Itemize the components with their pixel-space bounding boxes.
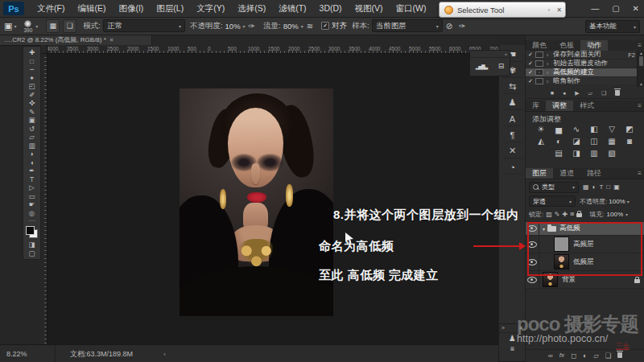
restore-icon[interactable]: ▢	[612, 4, 619, 13]
clone-source-panel[interactable]: ♟	[502, 96, 523, 110]
status-options-arrow[interactable]: ›	[163, 351, 166, 358]
filter-smart-icon[interactable]: ▣	[613, 183, 620, 191]
tab-layers[interactable]: 图层	[526, 168, 553, 179]
type-tool[interactable]: T	[24, 175, 39, 184]
opacity-value[interactable]: 10%	[225, 22, 241, 31]
layer-opacity-value[interactable]: 100%	[609, 198, 625, 205]
menu-item[interactable]: 图层(L)	[150, 0, 190, 17]
layer-style-icon[interactable]: fx	[559, 352, 564, 359]
history-brush-tool[interactable]: ↺	[24, 125, 39, 134]
color-lookup-icon[interactable]: ▦	[607, 137, 617, 146]
scroll-up-icon[interactable]: ▲	[638, 51, 644, 56]
panel-menu-icon[interactable]: ≡	[638, 168, 642, 179]
dodge-tool[interactable]: ◖	[24, 158, 39, 167]
menu-item[interactable]: 窗口(W)	[390, 0, 433, 17]
sample-dropdown[interactable]: 当前图层▾	[372, 19, 443, 32]
adjustment-layer-icon[interactable]: ◐	[583, 352, 587, 360]
lock-position-icon[interactable]: ✚	[563, 211, 568, 218]
healing-brush-tool[interactable]: ✜	[24, 99, 39, 108]
document-tab[interactable]: ….CR2 @ 8.22% (高低频, RGB/8) * ✕	[0, 35, 152, 45]
clone-source-icon[interactable]: ♟	[509, 333, 516, 343]
selective-color-icon[interactable]: ▧	[607, 149, 617, 158]
curves-icon[interactable]: ∿	[572, 125, 582, 134]
levels-icon[interactable]: ▅	[554, 125, 564, 134]
channel-mixer-icon[interactable]: ◫	[589, 137, 600, 146]
brush-tool[interactable]: ✎	[24, 108, 39, 117]
visibility-eye-icon[interactable]	[527, 277, 537, 283]
screen-mode-button[interactable]: ▢	[24, 249, 39, 258]
paragraph-panel[interactable]: ¶	[502, 128, 523, 142]
pen-tool[interactable]: ✒	[24, 167, 39, 175]
action-check-icon[interactable]: ✓	[526, 60, 535, 67]
canvas-area[interactable]: 4000350030002500200015001000500050010001…	[40, 45, 498, 344]
fill-value[interactable]: 100%	[607, 211, 623, 218]
expand-arrow-icon[interactable]: ›	[547, 79, 553, 84]
align-checkbox[interactable]: ✓	[321, 22, 329, 30]
eyedropper-tool[interactable]: ✐	[24, 91, 39, 100]
delete-action-button[interactable]	[615, 90, 620, 96]
gradient-tool[interactable]: ▥	[24, 142, 39, 150]
clone-stamp-tool[interactable]: ▣	[24, 116, 39, 125]
delete-layer-icon[interactable]	[617, 352, 622, 358]
action-check-icon[interactable]: ✓	[526, 69, 535, 76]
quick-mask-button[interactable]: ◨	[24, 241, 39, 249]
color-balance-icon[interactable]: ◭	[536, 137, 547, 146]
eraser-tool[interactable]: ▱	[24, 133, 39, 142]
blur-tool[interactable]: ◗	[24, 150, 39, 158]
play-button[interactable]: ▶	[575, 90, 579, 97]
actions-scrollbar[interactable]: ▲ ▼	[637, 51, 644, 87]
expand-arrow-icon[interactable]: ›	[547, 61, 553, 67]
move-tool[interactable]: ✚	[24, 48, 39, 57]
lock-all-icon[interactable]	[576, 213, 582, 217]
filter-shape-icon[interactable]: □	[606, 183, 610, 191]
action-row-partial[interactable]: ✓ ›	[526, 86, 638, 87]
menu-item[interactable]: 文字(Y)	[190, 0, 231, 17]
photo-filter-icon[interactable]: ◪	[572, 137, 582, 146]
ignore-adjustments-icon[interactable]: ⊘	[446, 22, 452, 31]
tab-libraries[interactable]: 库	[526, 101, 546, 111]
lasso-tool[interactable]: ∽	[24, 65, 39, 74]
tab-colors[interactable]: 颜色	[526, 40, 553, 51]
vibrance-icon[interactable]: ▽	[607, 125, 617, 134]
brush-panel-toggle[interactable]: ▦	[46, 19, 60, 33]
action-dialog-toggle[interactable]: ▫	[535, 69, 543, 76]
properties-panel[interactable]: ⇆	[502, 80, 523, 94]
marquee-tool[interactable]: □	[24, 57, 39, 66]
layer-mask-icon[interactable]: ◻	[571, 352, 576, 360]
new-action-button[interactable]: ❏	[601, 90, 606, 97]
action-row[interactable]: ✓ › 暗角制作	[526, 77, 638, 86]
brightness-contrast-icon[interactable]: ☀	[536, 125, 547, 134]
action-check-icon[interactable]: ✓	[526, 51, 535, 58]
link-layers-icon[interactable]: ∞	[548, 352, 553, 360]
shape-tool[interactable]: ▭	[24, 192, 39, 201]
new-layer-icon[interactable]: ❏	[605, 352, 612, 360]
menu-item[interactable]: 3D(D)	[313, 0, 349, 17]
tab-channels[interactable]: 通道	[553, 168, 580, 179]
crop-tool[interactable]: ◰	[24, 82, 39, 91]
close-icon[interactable]: ✕	[633, 4, 639, 13]
menu-item[interactable]: 文件(F)	[31, 0, 71, 17]
flow-value[interactable]: 80%	[283, 22, 299, 31]
zoom-level-field[interactable]: 8.22%	[0, 345, 56, 362]
scroll-down-icon[interactable]: ▼	[638, 82, 644, 87]
action-check-icon[interactable]: ✓	[526, 78, 535, 84]
expand-arrow-icon[interactable]: ›	[547, 52, 553, 58]
record-button[interactable]: ●	[563, 90, 566, 96]
lock-artboard-icon[interactable]: ⧈	[570, 210, 574, 218]
collapse-icon[interactable]: «	[505, 51, 507, 56]
panel-menu-icon[interactable]: ≡	[638, 101, 642, 111]
tab-close-icon[interactable]: ✕	[109, 37, 114, 43]
tab-paths[interactable]: 路径	[580, 168, 608, 179]
panel-menu-icon[interactable]: ≣	[510, 343, 515, 354]
tab-actions[interactable]: 动作	[580, 40, 608, 51]
clone-source-toggle[interactable]: ❏	[63, 19, 76, 33]
panel-menu-icon[interactable]: ≡	[638, 40, 642, 51]
action-dialog-toggle[interactable]	[535, 51, 543, 58]
tool-preset-picker[interactable]: ▣ ▾	[0, 21, 20, 31]
pressure-size-icon[interactable]: ✑	[459, 22, 465, 31]
menu-item[interactable]: 选择(S)	[231, 0, 272, 17]
foreground-color-swatch[interactable]	[26, 226, 35, 235]
filter-pixel-icon[interactable]: ▦	[583, 183, 589, 191]
histogram-icon[interactable]: ▂▅▇▃	[476, 64, 487, 69]
invert-icon[interactable]: ◙	[625, 137, 635, 146]
